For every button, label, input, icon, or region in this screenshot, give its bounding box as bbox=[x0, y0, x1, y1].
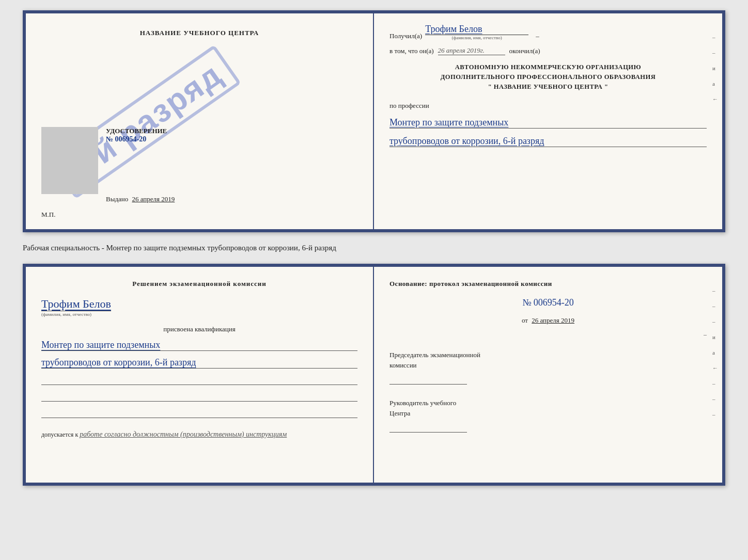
rukovoditel-line2: Центра bbox=[389, 408, 707, 419]
bottom-fio: Трофим Белов bbox=[41, 297, 111, 311]
mp-label: М.П. bbox=[41, 211, 55, 219]
predsedatel-line1: Председатель экзаменационной bbox=[389, 350, 707, 360]
resheniem-title: Решением экзаменационной комиссии bbox=[41, 280, 357, 288]
prof-line1: Монтер по защите подземных bbox=[389, 117, 707, 129]
po-professii: по профессии bbox=[389, 102, 707, 110]
right-side-marks-bottom: – – – и а ← – – – bbox=[712, 287, 718, 418]
dopuskaetsya-block: допускается к работе согласно должностны… bbox=[41, 430, 357, 439]
between-label-text: Рабочая специальность - Монтер по защите… bbox=[23, 244, 336, 252]
poluchil-line: Получил(а) Трофим Белов (фамилия, имя, о… bbox=[389, 24, 707, 40]
poluchil-name: Трофим Белов bbox=[425, 24, 528, 35]
prof-line2: трубопроводов от коррозии, 6-й разряд bbox=[389, 136, 707, 147]
top-left-title: НАЗВАНИЕ УЧЕБНОГО ЦЕНТРА bbox=[140, 29, 259, 37]
fio-small-top: (фамилия, имя, отчество) bbox=[452, 35, 502, 40]
ot-label: от bbox=[522, 316, 528, 324]
org-line3: " НАЗВАНИЕ УЧЕБНОГО ЦЕНТРА " bbox=[389, 82, 707, 92]
qual-line2: трубопроводов от коррозии, 6-й разряд bbox=[41, 357, 357, 369]
okonchil-label: окончил(а) bbox=[509, 47, 540, 55]
v-tom-line: в том, что он(а) 26 апреля 2019г. окончи… bbox=[389, 46, 707, 55]
blank-line-2 bbox=[41, 391, 357, 402]
blank-line-1 bbox=[41, 375, 357, 385]
doc-bottom-right-panel: Основание: протокол экзаменационной коми… bbox=[374, 267, 722, 483]
udostoverenie-label: УДОСТОВЕРЕНИЕ bbox=[106, 127, 167, 135]
rukovoditel-block: Руководитель учебного Центра bbox=[389, 398, 707, 433]
osnovanie-title: Основание: протокол экзаменационной коми… bbox=[389, 280, 707, 288]
predsedatel-line2: комиссии bbox=[389, 360, 707, 371]
protocol-num: № 006954-20 bbox=[389, 297, 707, 308]
predsedatel-block: Председатель экзаменационной комиссии bbox=[389, 350, 707, 385]
rukovoditel-signature bbox=[389, 422, 467, 433]
photo-placeholder bbox=[41, 127, 98, 194]
udostoverenie-block: УДОСТОВЕРЕНИЕ № 006954-20 bbox=[106, 127, 167, 143]
doc-top-right-panel: Получил(а) Трофим Белов (фамилия, имя, о… bbox=[374, 13, 722, 229]
dash-top: – bbox=[536, 32, 539, 40]
doc-bottom-left-panel: Решением экзаменационной комиссии Трофим… bbox=[26, 267, 374, 483]
right-side-marks-top: – – и а ← bbox=[712, 34, 718, 102]
vydano-block: Выдано 26 апреля 2019 bbox=[106, 195, 175, 203]
predsedatel-signature bbox=[389, 374, 467, 385]
udostoverenie-nomer: № 006954-20 bbox=[106, 135, 167, 143]
vydano-date: 26 апреля 2019 bbox=[132, 195, 175, 203]
rukovoditel-line1: Руководитель учебного bbox=[389, 398, 707, 408]
org-line1: АВТОНОМНУЮ НЕКОММЕРЧЕСКУЮ ОРГАНИЗАЦИЮ bbox=[389, 62, 707, 72]
vydano-label: Выдано bbox=[106, 195, 128, 203]
bottom-fio-small: (фамилия, имя, отчество) bbox=[41, 312, 91, 317]
document-bottom: Решением экзаменационной комиссии Трофим… bbox=[23, 264, 725, 486]
poluchil-label: Получил(а) bbox=[389, 32, 422, 40]
dash-right-1: – bbox=[389, 331, 707, 339]
between-label: Рабочая специальность - Монтер по защите… bbox=[23, 241, 725, 255]
dopuskaetsya-val: работе согласно должностным (производств… bbox=[80, 430, 287, 438]
document-top: НАЗВАНИЕ УЧЕБНОГО ЦЕНТРА 6-й разряд УДОС… bbox=[23, 10, 725, 232]
org-block: АВТОНОМНУЮ НЕКОММЕРЧЕСКУЮ ОРГАНИЗАЦИЮ ДО… bbox=[389, 62, 707, 91]
v-tom-date: 26 апреля 2019г. bbox=[438, 46, 505, 55]
ot-date: от 26 апреля 2019 bbox=[389, 316, 707, 325]
v-tom-label: в том, что он(а) bbox=[389, 47, 434, 55]
prisvoena-label: присвоена квалификация bbox=[41, 325, 357, 333]
blank-line-3 bbox=[41, 408, 357, 418]
ot-date-val: 26 апреля 2019 bbox=[532, 316, 574, 324]
doc-top-left-panel: НАЗВАНИЕ УЧЕБНОГО ЦЕНТРА 6-й разряд УДОС… bbox=[26, 13, 374, 229]
qual-line1: Монтер по защите подземных bbox=[41, 340, 357, 351]
org-line2: ДОПОЛНИТЕЛЬНОГО ПРОФЕССИОНАЛЬНОГО ОБРАЗО… bbox=[389, 72, 707, 82]
dopuskaetsya-label: допускается к bbox=[41, 431, 78, 438]
